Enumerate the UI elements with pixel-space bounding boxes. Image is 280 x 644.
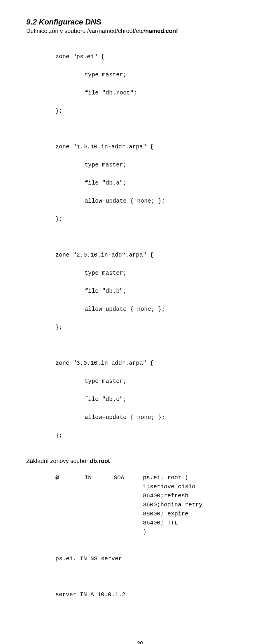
- zone-block-3: zone "2.0.10.in-addr.arpa" { type master…: [26, 241, 254, 341]
- code-line: allow-update { none; };: [26, 196, 254, 206]
- zone-file-label-plain: Základní zónový soubor: [26, 458, 90, 464]
- zone-file-label-bold: db.root: [90, 458, 110, 464]
- a-line-block: server IN A 10.0.1.2: [26, 581, 254, 608]
- soa-type: SOA: [114, 473, 143, 482]
- soa-detail: 1;seriove cislo: [26, 482, 254, 491]
- code-line: type master;: [26, 269, 254, 278]
- soa-in: IN: [85, 473, 114, 482]
- soa-detail: 88000; expire: [26, 509, 254, 518]
- code-line: zone "1.0.10.in-addr.arpa" {: [26, 142, 254, 151]
- code-line: file "db.c";: [26, 395, 254, 404]
- soa-block: @ IN SOA ps.ei. root ( 1;seriove cislo 8…: [26, 473, 254, 536]
- code-line: type master;: [26, 160, 254, 169]
- code-line: ps.ei. IN NS server: [26, 554, 254, 563]
- code-line: file "db.a";: [26, 178, 254, 187]
- code-line: zone "3.0.10.in-addr.arpa" {: [26, 359, 254, 368]
- code-line: };: [26, 323, 254, 332]
- code-line: allow-update { none; };: [26, 413, 254, 422]
- zone-block-4: zone "3.0.10.in-addr.arpa" { type master…: [26, 350, 254, 449]
- subheading-text: Definice zón v souboru /var/named/chroot…: [26, 28, 145, 34]
- zone-block-2: zone "1.0.10.in-addr.arpa" { type master…: [26, 133, 254, 233]
- zone-block-1: zone "ps.ei" { type master; file "db.roo…: [26, 43, 254, 124]
- code-line: zone "ps.ei" {: [26, 52, 254, 61]
- code-line: };: [26, 106, 254, 115]
- subheading: Definice zón v souboru /var/named/chroot…: [26, 28, 254, 34]
- section-heading: 9.2 Konfigurace DNS: [26, 17, 254, 27]
- soa-detail: 86400; TTL: [26, 518, 254, 527]
- code-line: zone "2.0.10.in-addr.arpa" {: [26, 250, 254, 259]
- zone-file-label: Základní zónový soubor db.root: [26, 458, 254, 464]
- code-line: };: [26, 431, 254, 440]
- code-line: file "db.root";: [26, 88, 254, 97]
- soa-header-line: @ IN SOA ps.ei. root (: [26, 473, 254, 482]
- ns-line-block: ps.ei. IN NS server: [26, 545, 254, 572]
- subheading-bold: named.conf: [145, 28, 178, 34]
- soa-detail: 3600;hodina retry: [26, 500, 254, 509]
- page-number: 20: [26, 640, 254, 644]
- code-line: type master;: [26, 70, 254, 79]
- code-line: server IN A 10.0.1.2: [26, 590, 254, 599]
- code-line: type master;: [26, 377, 254, 386]
- code-line: file "db.b";: [26, 287, 254, 296]
- code-line: };: [26, 215, 254, 224]
- soa-rest: ps.ei. root (: [143, 473, 254, 482]
- soa-detail: 86400;refresh: [26, 491, 254, 500]
- soa-detail: ): [26, 527, 254, 536]
- code-line: allow-update { none; };: [26, 305, 254, 314]
- soa-at: @: [55, 473, 85, 482]
